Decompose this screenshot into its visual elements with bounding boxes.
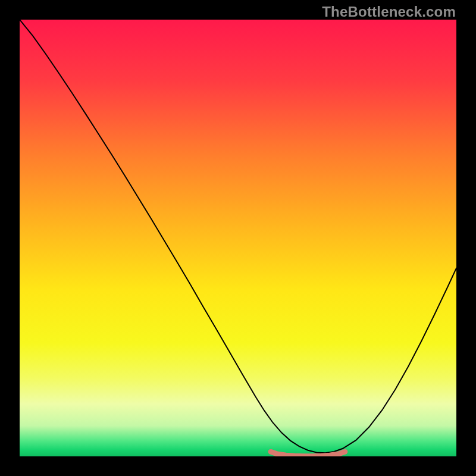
watermark-text: TheBottleneck.com (322, 4, 456, 20)
plot-area (20, 20, 456, 456)
bottleneck-chart (20, 20, 456, 456)
gradient-background (20, 20, 456, 456)
chart-frame: TheBottleneck.com (0, 0, 476, 476)
